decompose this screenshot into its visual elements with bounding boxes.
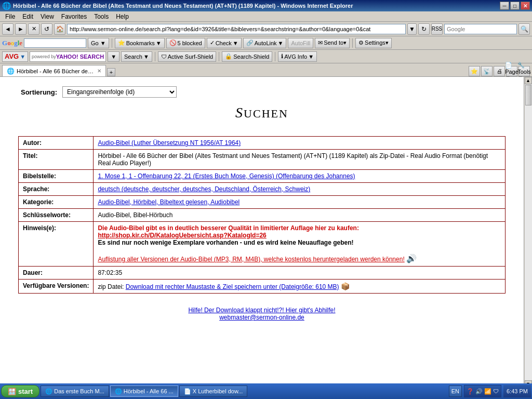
- print-button[interactable]: 🖨: [494, 66, 505, 76]
- sendto-button[interactable]: ✉ Send to▾: [315, 38, 350, 48]
- active-tab[interactable]: 🌐 Hörbibel - Alle 66 Bücher der Bibel (A…: [2, 65, 106, 76]
- scroll-thumb[interactable]: [525, 85, 531, 105]
- content-wrapper: Sortierung: Eingangsreihenfolge (id) SUC…: [0, 77, 532, 388]
- menu-favorites[interactable]: Favorites: [58, 12, 90, 21]
- menu-edit[interactable]: Edit: [19, 12, 36, 21]
- hinweis-line3: Es sind nur noch wenige Exemplare vorhan…: [98, 239, 353, 246]
- windows-flag-icon: 🪟: [8, 388, 16, 395]
- new-tab-button[interactable]: +: [107, 68, 115, 76]
- refresh-button[interactable]: ↺: [41, 23, 52, 35]
- titel-value: Hörbibel - Alle 66 Bücher der Bibel (Alt…: [94, 150, 506, 170]
- hinweis-value: Die Audio-Bibel gibt es in deutlich bess…: [94, 222, 506, 267]
- hinweis-line1: Die Audio-Bibel gibt es in deutlich bess…: [98, 224, 359, 232]
- check-button[interactable]: ✓ Check ▼: [207, 38, 242, 48]
- avg-logo-button[interactable]: AVG ▼: [2, 51, 28, 62]
- table-row-titel: Titel: Hörbibel - Alle 66 Bücher der Bib…: [19, 150, 506, 170]
- tab-close-button[interactable]: ✕: [97, 68, 101, 74]
- address-dropdown[interactable]: ▼: [407, 23, 417, 35]
- close-button[interactable]: ✕: [521, 2, 530, 10]
- settings-button[interactable]: ⚙ Settings▾: [355, 38, 392, 48]
- tools-button[interactable]: 🔧 Tools ▼: [518, 66, 530, 76]
- separator4: [219, 52, 219, 61]
- stop-button[interactable]: ✕: [28, 23, 39, 35]
- taskbar-item-3[interactable]: 📄 X Lutherbibel dow...: [179, 385, 248, 397]
- vertical-scrollbar[interactable]: ▲ ▼: [524, 77, 532, 388]
- taskbar-item-1[interactable]: 🌐 Das erste Buch M...: [41, 385, 109, 397]
- taskbar-item-2[interactable]: 🌐 Hörbibel - Alle 66 ...: [110, 385, 178, 397]
- tab-favicon: 🌐: [7, 68, 15, 75]
- rss-button[interactable]: RSS: [431, 23, 443, 35]
- scroll-track[interactable]: [525, 84, 532, 380]
- menu-file[interactable]: File: [2, 12, 18, 21]
- scroll-up-button[interactable]: ▲: [525, 77, 532, 84]
- hinweis-line2[interactable]: http://shop.kir.ch/D/KatalogUebersicht.a…: [98, 232, 266, 239]
- separator5: [275, 52, 275, 61]
- autolink-button[interactable]: 🔗 AutoLink ▼: [243, 38, 287, 48]
- search-shield-button[interactable]: 🔒 Search-Shield: [222, 51, 272, 62]
- page-button[interactable]: 📄 Page ▼: [506, 66, 517, 76]
- download-link[interactable]: Download mit rechter Maustaste & Ziel sp…: [126, 283, 339, 290]
- active-tab-label: Hörbibel - Alle 66 Bücher der Bibel (Alt…: [17, 68, 95, 74]
- address-input[interactable]: [67, 24, 406, 34]
- bibelstelle-link[interactable]: 1. Mose 1, 1 - Offenbarung 22, 21 (Erste…: [98, 172, 355, 180]
- avg-info-button[interactable]: ℹ AVG Info ▼: [278, 51, 317, 62]
- google-logo: Google: [2, 39, 22, 47]
- result-table: Autor: Audio-Bibel (Luther Übersetzung N…: [18, 136, 506, 294]
- minimize-button[interactable]: ─: [500, 2, 509, 10]
- go-button-refresh[interactable]: ↻: [418, 23, 430, 35]
- maximize-button[interactable]: □: [510, 2, 520, 10]
- title-bar: 🌐 Hörbibel - Alle 66 Bücher der Bibel (A…: [0, 0, 532, 11]
- email-link[interactable]: webmaster@sermon-online.de: [219, 314, 304, 321]
- separator2: [352, 38, 353, 48]
- taskbar-label-2: Hörbibel - Alle 66 ...: [124, 388, 174, 394]
- back-button[interactable]: ◄: [2, 23, 14, 35]
- autor-label: Autor:: [19, 137, 94, 150]
- menu-view[interactable]: View: [37, 12, 57, 21]
- dauer-value: 87:02:35: [94, 267, 506, 280]
- menu-tools[interactable]: Tools: [91, 12, 112, 21]
- clock-time: 6:43 PM: [507, 388, 528, 394]
- clock: 6:43 PM: [503, 385, 531, 397]
- menu-bar: File Edit View Favorites Tools Help: [0, 11, 532, 22]
- autor-link[interactable]: Audio-Bibel (Luther Übersetzung NT 1956/…: [98, 139, 241, 147]
- schlussel-value: Audio-Bibel, Bibel-Hörbuch: [94, 209, 506, 222]
- separator3: [155, 52, 155, 61]
- address-bar: ◄ ► ✕ ↺ 🏠 ▼ ↻ RSS 🔍: [0, 22, 532, 36]
- go-button[interactable]: Go ▼: [88, 38, 109, 48]
- content-area[interactable]: Sortierung: Eingangsreihenfolge (id) SUC…: [0, 77, 524, 388]
- forward-button[interactable]: ►: [15, 23, 26, 35]
- kategorie-link[interactable]: Audio-Bibel, Hörbibel, Bibeltext gelesen…: [98, 198, 240, 206]
- sort-select[interactable]: Eingangsreihenfolge (id): [62, 86, 177, 98]
- surf-shield-button[interactable]: 🛡 Active Surf-Shield: [158, 51, 216, 62]
- dauer-label: Dauer:: [19, 267, 94, 280]
- bookmarks-button[interactable]: ⭐ Bookmarks ▼: [115, 38, 165, 48]
- verfugbare-value: zip Datei: Download mit rechter Maustast…: [94, 280, 506, 294]
- table-row-kategorie: Kategorie: Audio-Bibel, Hörbibel, Bibelt…: [19, 196, 506, 209]
- taskbar-label-1: Das erste Buch M...: [54, 388, 104, 394]
- favorites-button[interactable]: ⭐: [469, 66, 480, 76]
- tab-right-buttons: ⭐ 📡 🖨 📄 Page ▼ 🔧 Tools ▼: [469, 66, 530, 76]
- search-go-button[interactable]: 🔍: [518, 23, 530, 35]
- help-link[interactable]: Hilfe! Der Download klappt nicht!?! Hier…: [188, 307, 335, 314]
- kategorie-value: Audio-Bibel, Hörbibel, Bibeltext gelesen…: [94, 196, 506, 209]
- start-label: start: [18, 388, 33, 395]
- content-inner: Sortierung: Eingangsreihenfolge (id) SUC…: [0, 77, 524, 334]
- feeds-button[interactable]: 📡: [481, 66, 493, 76]
- home-button[interactable]: 🏠: [54, 23, 65, 35]
- autor-value: Audio-Bibel (Luther Übersetzung NT 1956/…: [94, 137, 506, 150]
- verfugbare-label: Verfügbare Versionen:: [19, 280, 94, 294]
- sprache-link[interactable]: deutsch (deutsche, deutscher, deutsches,…: [98, 185, 310, 193]
- search-button[interactable]: Search ▼: [121, 51, 152, 62]
- avg-search-dropdown[interactable]: ▼: [108, 51, 119, 62]
- language-button[interactable]: EN: [449, 385, 462, 397]
- yahoo-search-area: powered by YAHOO! SEARCH: [30, 51, 106, 62]
- security-icon: 🛡: [493, 388, 499, 394]
- google-search-input[interactable]: [24, 38, 86, 48]
- blocked-button[interactable]: 🚫 5 blocked: [166, 38, 205, 48]
- sort-row: Sortierung: Eingangsreihenfolge (id): [10, 82, 513, 102]
- menu-help[interactable]: Help: [113, 12, 132, 21]
- hinweis-line4[interactable]: Auflistung aller Versionen der Audio-Bib…: [98, 256, 404, 263]
- start-button[interactable]: 🪟 start: [1, 385, 39, 397]
- autofill-button[interactable]: AutoFill: [288, 38, 313, 48]
- search-input[interactable]: [444, 24, 517, 34]
